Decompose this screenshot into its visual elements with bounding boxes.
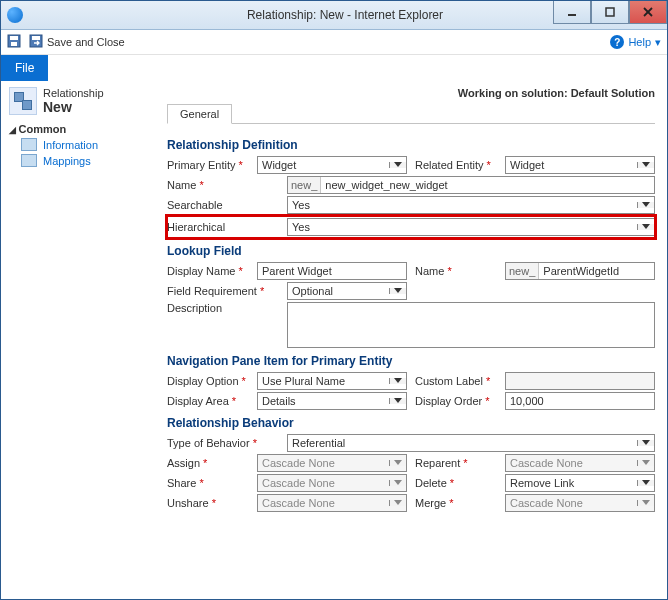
section-relationship-definition: Relationship Definition	[167, 138, 655, 152]
label-delete: Delete	[415, 477, 447, 489]
mappings-icon	[21, 154, 37, 167]
help-link[interactable]: ? Help ▾	[610, 35, 661, 49]
save-close-icon	[29, 34, 43, 50]
display-order-input[interactable]: 10,000	[505, 392, 655, 410]
label-primary-entity: Primary Entity	[167, 159, 235, 171]
chevron-down-icon	[389, 162, 406, 168]
label-display-order: Display Order	[415, 395, 482, 407]
hierarchical-row-highlighted: Hierarchical Yes	[167, 216, 655, 238]
label-name: Name	[167, 179, 196, 191]
tab-row: General	[167, 103, 655, 124]
label-description: Description	[167, 302, 287, 314]
close-button[interactable]	[629, 1, 667, 24]
help-icon: ?	[610, 35, 624, 49]
lookup-name-input[interactable]: new_ParentWidgetId	[505, 262, 655, 280]
svg-rect-5	[10, 36, 18, 40]
help-label: Help	[628, 36, 651, 48]
tab-general[interactable]: General	[167, 104, 232, 124]
section-behavior: Relationship Behavior	[167, 416, 655, 430]
header-supertitle: Relationship	[43, 87, 104, 99]
label-hierarchical: Hierarchical	[167, 221, 287, 233]
label-unshare: Unshare	[167, 497, 209, 509]
primary-entity-select[interactable]: Widget	[257, 156, 407, 174]
label-lookup-name: Name	[415, 265, 444, 277]
tree-head-common[interactable]: Common	[9, 123, 161, 135]
delete-select[interactable]: Remove Link	[505, 474, 655, 492]
display-option-select[interactable]: Use Plural Name	[257, 372, 407, 390]
field-requirement-select[interactable]: Optional	[287, 282, 407, 300]
svg-rect-1	[606, 8, 614, 16]
label-searchable: Searchable	[167, 199, 287, 211]
label-merge: Merge	[415, 497, 446, 509]
chevron-down-icon	[389, 500, 406, 506]
name-input[interactable]: new_new_widget_new_widget	[287, 176, 655, 194]
save-button[interactable]	[7, 34, 21, 50]
custom-label-input	[505, 372, 655, 390]
save-and-close-button[interactable]: Save and Close	[29, 34, 125, 50]
form-icon	[21, 138, 37, 151]
window: Relationship: New - Internet Explorer Sa…	[0, 0, 668, 600]
chevron-down-icon	[637, 202, 654, 208]
chevron-down-icon	[637, 480, 654, 486]
tree-item-label: Mappings	[43, 155, 91, 167]
svg-rect-7	[30, 35, 42, 47]
label-custom-label: Custom Label	[415, 375, 483, 387]
reparent-select: Cascade None	[505, 454, 655, 472]
svg-line-3	[644, 8, 652, 16]
chevron-down-icon	[389, 480, 406, 486]
related-entity-select[interactable]: Widget	[505, 156, 655, 174]
label-field-req: Field Requirement	[167, 285, 257, 297]
chevron-down-icon	[637, 460, 654, 466]
label-related-entity: Related Entity	[415, 159, 483, 171]
toolbar: Save and Close ? Help ▾	[1, 30, 667, 55]
label-assign: Assign	[167, 457, 200, 469]
header-title: New	[43, 99, 104, 115]
type-of-behavior-select[interactable]: Referential	[287, 434, 655, 452]
titlebar: Relationship: New - Internet Explorer	[1, 1, 667, 30]
maximize-button[interactable]	[591, 1, 629, 24]
svg-line-2	[644, 8, 652, 16]
share-select: Cascade None	[257, 474, 407, 492]
label-display-name: Display Name	[167, 265, 235, 277]
svg-rect-6	[11, 42, 17, 46]
ie-icon	[7, 7, 23, 23]
chevron-down-icon	[389, 288, 406, 294]
label-reparent: Reparent	[415, 457, 460, 469]
display-area-select[interactable]: Details	[257, 392, 407, 410]
searchable-select[interactable]: Yes	[287, 196, 655, 214]
right-panel: Working on solution: Default Solution Ge…	[161, 81, 667, 599]
ribbon-bar: File	[1, 55, 667, 81]
tree-item-label: Information	[43, 139, 98, 151]
label-type-behavior: Type of Behavior	[167, 437, 250, 449]
chevron-down-icon: ▾	[655, 36, 661, 49]
minimize-button[interactable]	[553, 1, 591, 24]
display-name-input[interactable]: Parent Widget	[257, 262, 407, 280]
save-close-label: Save and Close	[47, 36, 125, 48]
chevron-down-icon	[637, 440, 654, 446]
label-share: Share	[167, 477, 196, 489]
merge-select: Cascade None	[505, 494, 655, 512]
chevron-down-icon	[389, 398, 406, 404]
tree-item-information[interactable]: Information	[21, 138, 161, 151]
svg-rect-4	[8, 35, 20, 47]
section-nav-pane: Navigation Pane Item for Primary Entity	[167, 354, 655, 368]
description-textarea[interactable]	[287, 302, 655, 348]
chevron-down-icon	[637, 224, 654, 230]
file-tab[interactable]: File	[1, 55, 48, 81]
svg-rect-8	[32, 36, 40, 40]
hierarchical-select[interactable]: Yes	[287, 218, 655, 236]
chevron-down-icon	[389, 378, 406, 384]
tree-item-mappings[interactable]: Mappings	[21, 154, 161, 167]
chevron-down-icon	[637, 162, 654, 168]
left-panel: Relationship New Common Information Mapp…	[1, 81, 161, 599]
label-display-option: Display Option	[167, 375, 239, 387]
label-display-area: Display Area	[167, 395, 229, 407]
section-lookup-field: Lookup Field	[167, 244, 655, 258]
save-icon	[7, 34, 21, 50]
assign-select: Cascade None	[257, 454, 407, 472]
working-solution: Working on solution: Default Solution	[161, 87, 655, 99]
unshare-select: Cascade None	[257, 494, 407, 512]
chevron-down-icon	[637, 500, 654, 506]
relationship-icon	[9, 87, 37, 115]
chevron-down-icon	[389, 460, 406, 466]
